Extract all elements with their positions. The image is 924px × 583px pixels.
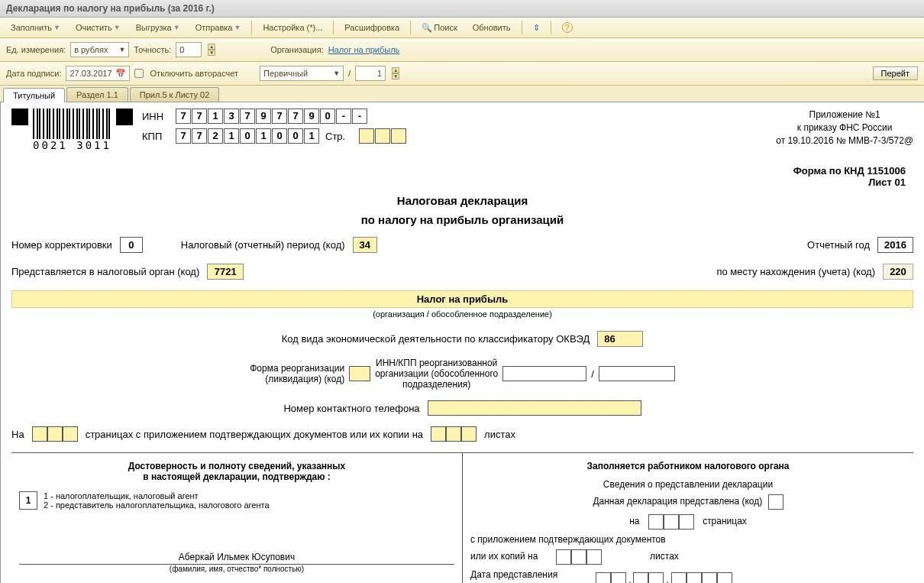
precision-spinner[interactable]: ▲▼ [208, 44, 215, 56]
correction-value[interactable]: 0 [120, 237, 143, 253]
signdate-input[interactable]: 27.03.2017📅 [66, 66, 129, 81]
period-value[interactable]: 34 [353, 237, 377, 253]
main-toolbar: Заполнить▼ Очистить▼ Выгрузка▼ Отправка▼… [0, 18, 924, 38]
filter-bar-1: Ед. измерения: в рублях▼ Точность: 0 ▲▼ … [0, 38, 924, 62]
reorg-label4: организации (обособленного [375, 368, 498, 379]
attach-count[interactable] [431, 426, 477, 442]
precision-input[interactable]: 0 [176, 42, 202, 57]
phone-input[interactable] [428, 400, 641, 416]
doctype-select[interactable]: Первичный▼ [260, 66, 344, 81]
signer-fio-sub: (фамилия, имя, отчество* полностью) [19, 565, 454, 573]
tab-title-page[interactable]: Титульный [3, 88, 65, 102]
reorg-inn-input[interactable] [502, 366, 586, 381]
settings-button[interactable]: Настройка (*)... [257, 21, 328, 34]
signdate-label: Дата подписи: [6, 69, 61, 78]
tabs: Титульный Раздел 1.1 Прил.5 к Листу 02 [0, 86, 924, 102]
org-link[interactable]: Налог на прибыль [328, 45, 400, 54]
reorg-label5: подразделения) [375, 379, 498, 390]
org-label: Организация: [270, 45, 323, 54]
phone-label: Номер контактного телефона [283, 403, 419, 414]
page-content: 0021 3011 ИНН 7713797790-- КПП 772101001… [0, 102, 924, 583]
signer-column: Достоверность и полноту сведений, указан… [11, 453, 463, 583]
inn-label: ИНН [142, 111, 170, 122]
auth-s3: с приложением подтверждающих документов [470, 534, 906, 545]
auth-s1: Сведения о представлении декларации [470, 479, 906, 490]
updown-button[interactable]: ⇕ [527, 21, 546, 34]
okved-label: Код вида экономической деятельности по к… [282, 333, 590, 345]
tab-appendix-5[interactable]: Прил.5 к Листу 02 [130, 87, 220, 102]
signer-opt2: 2 - представитель налогоплательщика, нал… [44, 500, 270, 510]
pages-t3: листах [484, 429, 515, 440]
export-button[interactable]: Выгрузка▼ [130, 21, 186, 34]
period-label: Налоговый (отчетный) период (код) [181, 239, 345, 251]
reorg-label2: (ликвидация) (код) [250, 374, 344, 384]
auth-pages[interactable] [648, 514, 694, 530]
auth-date-m[interactable] [633, 572, 664, 583]
calendar-icon[interactable]: 📅 [115, 69, 126, 79]
page-label: Стр. [325, 131, 353, 142]
okved-value[interactable]: 86 [597, 331, 643, 347]
send-button[interactable]: Отправка▼ [189, 21, 247, 34]
disable-auto-label: Отключить авторасчет [150, 69, 239, 78]
refresh-button[interactable]: Обновить [467, 21, 517, 34]
page-cells[interactable] [359, 128, 406, 144]
reorg-label3: ИНН/КПП реорганизованной [375, 358, 498, 368]
auth-date-d[interactable] [596, 572, 626, 583]
kpp-cells[interactable]: 772101001 [176, 128, 319, 144]
tax-band-sub: (организация / обособленное подразделени… [11, 308, 913, 320]
decode-button[interactable]: Расшифровка [338, 21, 405, 34]
reorg-label1: Форма реорганизации [250, 363, 344, 374]
reorg-code-input[interactable] [349, 366, 370, 381]
clear-button[interactable]: Очистить▼ [69, 21, 127, 34]
window-title: Декларация по налогу на прибыль (за 2016… [0, 0, 924, 18]
docnum-spinner[interactable]: ▲▼ [392, 67, 399, 79]
barcode: 0021 3011 [11, 109, 133, 151]
signer-type-value[interactable]: 1 [19, 491, 37, 510]
year-value[interactable]: 2016 [877, 237, 913, 253]
organ-label: Представляется в налоговый орган (код) [11, 266, 199, 277]
search-button[interactable]: 🔍Поиск [415, 21, 463, 34]
auth-code[interactable] [768, 494, 783, 510]
tax-band: Налог на прибыль [11, 290, 913, 308]
place-label: по месту нахождения (учета) (код) [716, 266, 875, 277]
disable-auto-checkbox[interactable] [134, 69, 144, 78]
signer-fio[interactable]: Аберкай Ильмек Юсупович [19, 552, 454, 565]
place-value[interactable]: 220 [883, 264, 913, 280]
kpp-label: КПП [142, 131, 170, 142]
form-code: Форма по КНД 1151006 Лист 01 [11, 165, 906, 188]
slash: / [348, 69, 351, 78]
auth-copies[interactable] [556, 549, 602, 565]
reorg-slash: / [591, 368, 594, 380]
reorg-kpp-input[interactable] [599, 366, 675, 381]
barcode-text: 0021 3011 [33, 139, 111, 151]
correction-label: Номер корректировки [11, 239, 112, 251]
filter-bar-2: Дата подписи: 27.03.2017📅 Отключить авто… [0, 62, 924, 86]
signer-opt1: 1 - налогоплательщик, налоговый агент [44, 491, 270, 500]
docnum-input[interactable]: 1 [355, 66, 386, 81]
auth-s2: Данная декларация представлена (код) [593, 496, 762, 507]
search-icon: 🔍 [422, 23, 432, 33]
goto-button[interactable]: Перейт [873, 66, 918, 80]
help-button[interactable]: ? [556, 21, 579, 34]
authority-column: Заполняется работником налогового органа… [463, 453, 913, 583]
unit-label: Ед. измерения: [6, 45, 66, 54]
year-label: Отчетный год [807, 239, 870, 251]
pages-count[interactable] [32, 426, 78, 442]
auth-date-y[interactable] [671, 572, 732, 583]
fill-button[interactable]: Заполнить▼ [5, 21, 66, 34]
inn-cells[interactable]: 7713797790-- [176, 109, 367, 124]
help-icon: ? [562, 22, 573, 33]
unit-select[interactable]: в рублях▼ [70, 42, 129, 57]
organ-value[interactable]: 7721 [207, 264, 244, 280]
precision-label: Точность: [134, 45, 171, 54]
pages-t2: страницах с приложением подтверждающих д… [86, 429, 423, 440]
pages-t1: На [11, 429, 24, 440]
doc-title-2: по налогу на прибыль организаций [11, 213, 913, 226]
doc-title-1: Налоговая декларация [11, 194, 913, 207]
updown-icon: ⇕ [533, 23, 540, 33]
attachment-info: Приложение №1 к приказу ФНС России от 19… [776, 109, 913, 151]
tab-section-1-1[interactable]: Раздел 1.1 [66, 87, 128, 102]
